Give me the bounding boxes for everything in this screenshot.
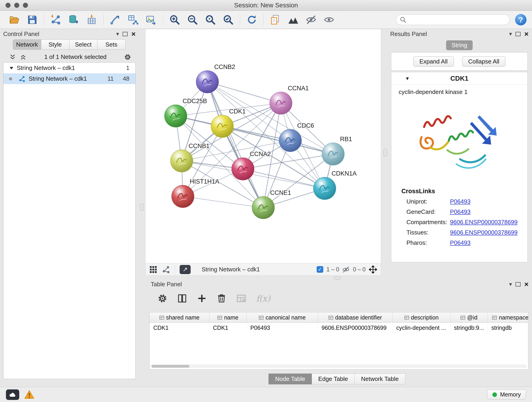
vertical-splitter-handle[interactable] <box>383 149 387 156</box>
crosslink-link[interactable]: P06493 <box>450 198 471 205</box>
cell-canonical-name[interactable]: P06493 <box>247 323 318 333</box>
tab-select[interactable]: Select <box>70 39 98 50</box>
collapse-all-button[interactable]: Collapse All <box>462 56 506 67</box>
float-panel-icon[interactable] <box>123 32 128 36</box>
expand-all-networks-icon[interactable] <box>9 54 16 61</box>
close-panel-icon[interactable]: × <box>524 30 529 38</box>
tab-edge-table[interactable]: Edge Table <box>312 374 355 384</box>
add-column-icon[interactable] <box>197 294 207 303</box>
delete-table-icon[interactable] <box>236 294 246 303</box>
cloud-tasks-button[interactable] <box>6 389 19 400</box>
network-node-RB1[interactable] <box>322 143 344 165</box>
network-edge[interactable] <box>243 169 325 188</box>
network-node-CDK1[interactable] <box>211 115 234 138</box>
selected-checkbox-icon[interactable]: ✓ <box>317 266 323 273</box>
table-options-gear-icon[interactable] <box>158 294 167 303</box>
network-options-gear-icon[interactable] <box>124 54 131 61</box>
column-header-shared-name[interactable]: shared name <box>150 313 209 323</box>
expand-all-button[interactable]: Expand All <box>413 56 454 67</box>
horizontal-scrollbar[interactable] <box>151 364 527 368</box>
cell-namespace[interactable]: stringdb <box>488 323 528 333</box>
show-all-button[interactable] <box>322 13 336 27</box>
cell-description[interactable]: cyclin-dependent ... <box>393 323 450 333</box>
zoom-in-button[interactable] <box>167 13 182 27</box>
pan-move-icon[interactable] <box>369 265 377 274</box>
import-network-from-file-button[interactable] <box>48 13 63 27</box>
cell-name[interactable]: CDK1 <box>209 323 247 333</box>
help-button[interactable]: ? <box>515 14 526 26</box>
network-edge[interactable] <box>183 196 263 208</box>
collapse-panel-icon[interactable]: ▾ <box>116 31 119 37</box>
column-header-description[interactable]: description <box>393 313 450 323</box>
network-row[interactable]: String Network – cdk1 11 48 <box>3 73 135 84</box>
crosslink-link[interactable]: P06493 <box>450 239 471 246</box>
crosslink-link[interactable]: P06493 <box>450 208 471 216</box>
memory-button[interactable]: Memory <box>487 390 526 400</box>
crosslink-link[interactable]: 9606.ENSP00000378699 <box>450 229 518 236</box>
function-builder-button[interactable]: f(x) <box>256 294 270 303</box>
tree-expander-icon[interactable] <box>9 66 13 70</box>
tab-node-table[interactable]: Node Table <box>268 374 312 384</box>
network-node-CCNB1[interactable] <box>171 150 193 172</box>
network-node-CCNA1[interactable] <box>270 92 292 114</box>
column-header-database-identifier[interactable]: database identifier <box>318 313 393 323</box>
column-header-namespace[interactable]: namespace <box>488 313 528 323</box>
network-node-HIST1H1A[interactable] <box>172 185 194 208</box>
cell-shared-name[interactable]: CDK1 <box>150 323 209 333</box>
close-panel-icon[interactable]: × <box>524 281 529 288</box>
grid-view-button[interactable] <box>149 265 157 274</box>
vertical-splitter-handle[interactable] <box>140 204 144 211</box>
scrollbar-thumb[interactable] <box>152 365 190 368</box>
cell-database-identifier[interactable]: 9606.ENSP00000378699 <box>318 323 393 333</box>
cell-id[interactable]: stringdb:9... <box>450 323 488 333</box>
network-edge[interactable] <box>222 126 333 154</box>
float-panel-icon[interactable] <box>515 282 520 287</box>
close-panel-icon[interactable]: × <box>131 30 136 38</box>
network-node-CDC25B[interactable] <box>165 105 187 127</box>
import-table-from-file-button[interactable] <box>84 13 99 27</box>
crosslink-link[interactable]: 9606.ENSP00000378699 <box>450 219 518 226</box>
hide-selected-button[interactable] <box>304 13 319 27</box>
first-neighbors-button[interactable] <box>108 13 123 27</box>
column-header-name[interactable]: name <box>209 313 247 323</box>
network-node-CDKN1A[interactable] <box>313 177 336 200</box>
network-node-CCNA2[interactable] <box>232 158 254 180</box>
annotation-copy-button[interactable] <box>268 13 283 27</box>
network-collection-row[interactable]: String Network – cdk1 1 <box>3 63 135 73</box>
protein-details-header[interactable]: ▾ CDK1 <box>391 72 527 85</box>
zoom-out-button[interactable] <box>185 13 200 27</box>
warnings-button[interactable] <box>24 390 34 400</box>
apply-layout-button[interactable] <box>244 13 259 27</box>
zoom-fit-button[interactable] <box>203 13 218 27</box>
horizontal-splitter-handle[interactable] <box>334 276 341 280</box>
collapse-panel-icon[interactable]: ▾ <box>509 31 512 37</box>
import-network-from-database-button[interactable] <box>66 13 81 27</box>
column-header-id[interactable]: @id <box>450 313 488 323</box>
tab-style[interactable]: Style <box>41 39 70 50</box>
export-image-button[interactable] <box>143 13 158 27</box>
string-tab-badge[interactable]: String <box>446 40 473 50</box>
tab-network-table[interactable]: Network Table <box>355 374 405 384</box>
minimize-window-button[interactable] <box>14 3 19 8</box>
collapse-panel-icon[interactable]: ▾ <box>509 281 512 287</box>
collapse-section-icon[interactable]: ▾ <box>406 75 409 82</box>
search-input[interactable] <box>409 16 506 23</box>
network-edge[interactable] <box>207 82 281 103</box>
close-window-button[interactable] <box>6 3 11 8</box>
collapse-all-networks-icon[interactable] <box>20 54 27 61</box>
open-session-button[interactable] <box>7 13 22 27</box>
new-network-from-selection-button[interactable] <box>126 13 141 27</box>
detach-view-button[interactable]: ↗ <box>180 265 191 274</box>
delete-column-trash-icon[interactable] <box>217 294 226 303</box>
network-canvas[interactable]: CCNB2CCNA1CDC25BCDK1CDC6RB1CCNB1CCNA2CDK… <box>146 29 381 263</box>
network-node-CCNE1[interactable] <box>252 196 274 219</box>
tab-network[interactable]: Network <box>13 39 41 50</box>
network-edge[interactable] <box>207 82 263 208</box>
network-overview-button[interactable] <box>162 265 170 274</box>
network-node-CCNB2[interactable] <box>196 70 219 93</box>
save-session-button[interactable] <box>25 13 40 27</box>
network-node-CDC6[interactable] <box>279 129 302 152</box>
float-panel-icon[interactable] <box>515 32 520 36</box>
tab-sets[interactable]: Sets <box>97 39 126 50</box>
zoom-selected-button[interactable] <box>221 13 236 27</box>
